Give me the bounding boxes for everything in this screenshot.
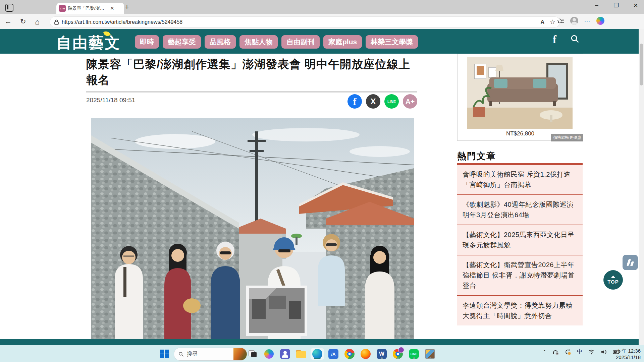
chrome-profile-icon[interactable] — [391, 348, 405, 360]
hot-article-link[interactable]: 《歌劇魅影》40週年紀念版國際巡演 明年3月登台演出64場 — [457, 194, 583, 225]
site-nav: 即時 藝起享受 品風格 焦點人物 自由副刊 家庭plus 林榮三文學獎 — [135, 35, 418, 49]
share-facebook-icon[interactable]: f — [347, 94, 362, 109]
share-buttons: f X LINE A+ — [347, 94, 417, 109]
copilot-icon[interactable] — [596, 17, 604, 25]
ad-badge: 價格結帳更優惠 — [551, 134, 583, 141]
nav-item-people[interactable]: 焦點人物 — [239, 35, 278, 49]
article-title: 陳景容「巴黎/澎湖創作選集」澎湖發表會 明中午開放座位線上報名 — [86, 56, 420, 88]
wifi-icon[interactable] — [588, 349, 595, 355]
favorite-star-icon[interactable]: ☆ — [550, 18, 555, 26]
scrollbar-thumb[interactable] — [640, 44, 643, 85]
title-divider — [86, 92, 417, 93]
nav-item-style[interactable]: 品風格 — [205, 35, 236, 49]
tab-close-icon[interactable]: ✕ — [110, 5, 114, 11]
screen: LTN 陳景容「巴黎/澎湖創作選集」澎 ✕ + – ❐ ✕ ← ↻ ⌂ http… — [0, 0, 644, 362]
share-x-icon[interactable]: X — [366, 94, 380, 109]
tray-chevron-icon[interactable]: ⌃ — [543, 349, 546, 354]
window-maximize-button[interactable]: ❐ — [611, 2, 621, 9]
refresh-icon[interactable]: ↻ — [20, 17, 26, 25]
header-facebook-icon[interactable]: f — [553, 34, 556, 46]
edge-icon[interactable] — [311, 348, 324, 360]
chat-widget-button[interactable] — [623, 255, 638, 270]
hot-article-link[interactable]: 會呼吸的美術館民宿 斥資1.2億打造「宮崎御所」台南揭幕 — [457, 165, 583, 194]
nav-item-enjoy[interactable]: 藝起享受 — [163, 35, 201, 49]
ad-banner[interactable]: NT$26,800 價格結帳更優惠 — [457, 54, 583, 141]
ia-app-icon[interactable]: /A — [327, 348, 340, 360]
media-app-icon[interactable] — [423, 348, 437, 360]
hot-article-link[interactable]: 【藝術文化】2025馬來西亞文化日呈現多元族群風貌 — [457, 225, 583, 255]
article-date: 2025/11/18 09:51 — [86, 97, 136, 104]
share-line-icon[interactable]: LINE — [384, 94, 399, 109]
firefox-icon[interactable] — [359, 348, 372, 360]
back-icon[interactable]: ← — [5, 17, 12, 25]
hot-articles-list: 會呼吸的美術館民宿 斥資1.2億打造「宮崎御所」台南揭幕 《歌劇魅影》40週年紀… — [457, 165, 583, 325]
nav-item-literature-award[interactable]: 林榮三文學獎 — [366, 35, 418, 49]
hot-article-link[interactable]: 李遠頒台灣文學獎：得獎靠努力累積 大獎得主「時間說」意外切合 — [457, 295, 583, 325]
nav-item-supplement[interactable]: 自由副刊 — [281, 35, 320, 49]
copilot-app-icon[interactable] — [262, 348, 276, 360]
back-to-top-button[interactable]: TOP — [603, 270, 623, 290]
new-tab-button[interactable]: + — [125, 3, 129, 11]
browser-tab-bar: LTN 陳景容「巴黎/澎湖創作選集」澎 ✕ + – ❐ ✕ — [0, 0, 644, 14]
update-sync-icon[interactable] — [565, 349, 571, 355]
taskbar-clock[interactable]: 下午 12:36 2025/11/18 — [616, 348, 641, 360]
home-icon[interactable]: ⌂ — [35, 17, 40, 26]
line-app-icon[interactable]: LINE — [407, 348, 421, 360]
url-text[interactable]: https://art.ltn.com.tw/article/breakingn… — [62, 19, 540, 25]
site-favicon: LTN — [59, 5, 66, 12]
up-arrow-icon — [611, 276, 615, 278]
task-view-icon[interactable] — [246, 348, 260, 360]
address-bar[interactable]: https://art.ltn.com.tw/article/breakingn… — [50, 16, 560, 27]
ime-indicator[interactable]: 中 — [577, 348, 582, 355]
header-search-icon[interactable] — [570, 34, 580, 44]
font-size-button[interactable]: A+ — [403, 94, 417, 109]
nav-item-realtime[interactable]: 即時 — [135, 35, 159, 49]
site-header: 自由藝文 即時 藝起享受 品風格 焦點人物 自由副刊 家庭plus 林榮三文學獎… — [0, 29, 639, 54]
browser-tab[interactable]: LTN 陳景容「巴黎/澎湖創作選集」澎 ✕ — [56, 3, 124, 14]
window-minimize-button[interactable]: – — [592, 2, 602, 9]
file-explorer-icon[interactable] — [294, 348, 308, 360]
page-bottom-bar — [0, 339, 639, 345]
article-photo — [91, 118, 414, 342]
nav-item-familyplus[interactable]: 家庭plus — [323, 35, 362, 49]
tab-title: 陳景容「巴黎/澎湖創作選集」澎 — [68, 5, 108, 11]
lock-icon — [54, 19, 59, 25]
start-button[interactable] — [158, 348, 171, 360]
tab-layout-icon[interactable] — [5, 4, 13, 12]
teams-icon[interactable] — [278, 348, 292, 360]
word-icon[interactable]: W — [375, 348, 388, 360]
site-logo[interactable]: 自由藝文 — [56, 33, 121, 53]
clock-time: 下午 12:36 — [616, 348, 641, 354]
ad-image — [467, 57, 573, 129]
search-placeholder: 搜尋 — [187, 351, 233, 358]
search-icon — [178, 352, 184, 357]
read-aloud-icon[interactable]: A — [540, 19, 544, 25]
settings-more-icon[interactable]: ··· — [584, 18, 590, 24]
chrome-icon[interactable] — [343, 348, 356, 360]
volume-icon[interactable] — [600, 349, 607, 355]
hot-articles-title: 熱門文章 — [457, 150, 496, 162]
hot-article-link[interactable]: 【藝術文化】衛武營宣告2026上半年強檔節目 侯非胥．謝克特潛夢劇場首登台 — [457, 255, 583, 295]
taskbar: 搜尋 /A W LINE ⌃ — [0, 345, 644, 362]
clock-date: 2025/11/18 — [616, 354, 641, 360]
profile-avatar[interactable] — [570, 17, 578, 25]
audio-device-icon[interactable] — [552, 349, 559, 355]
taskbar-search[interactable]: 搜尋 — [174, 348, 247, 361]
search-highlight-image — [233, 348, 247, 360]
collections-icon[interactable] — [557, 17, 564, 24]
window-close-button[interactable]: ✕ — [631, 2, 641, 9]
